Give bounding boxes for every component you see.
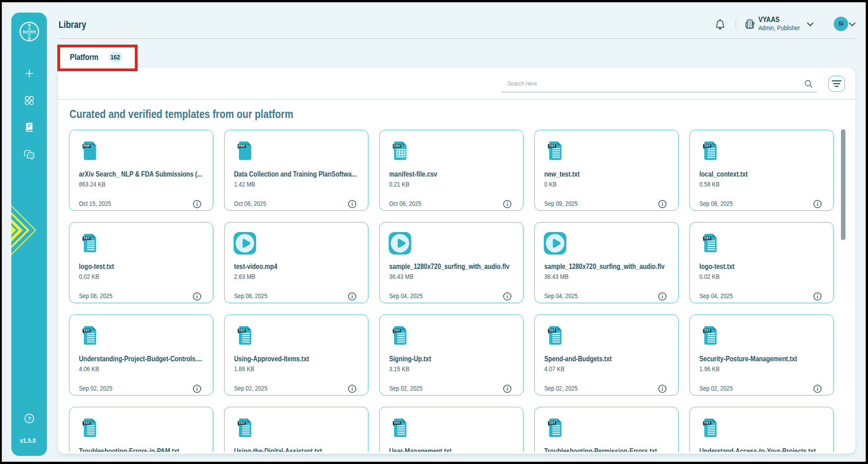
svg-text:?: ? (28, 416, 31, 422)
svg-text:R: R (28, 36, 31, 41)
